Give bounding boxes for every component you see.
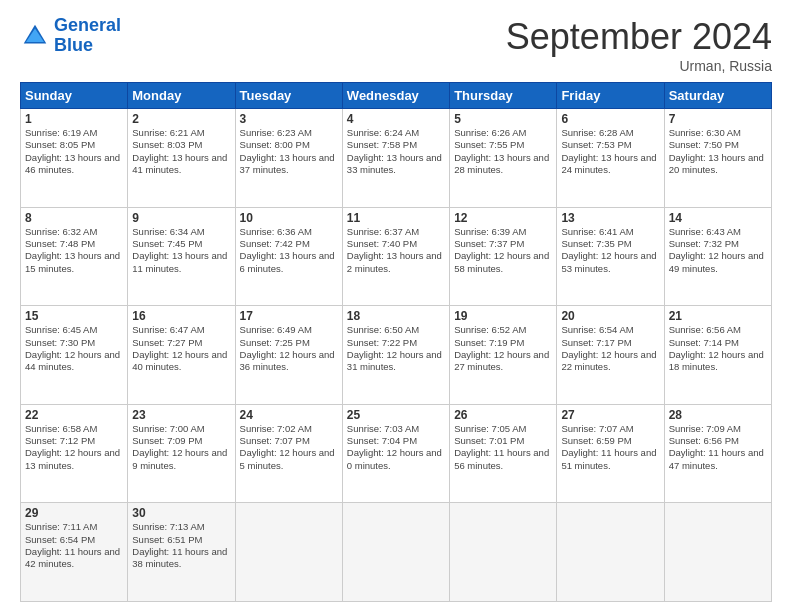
calendar-row: 1 Sunrise: 6:19 AM Sunset: 8:05 PM Dayli…: [21, 109, 772, 208]
calendar-cell: 6 Sunrise: 6:28 AM Sunset: 7:53 PM Dayli…: [557, 109, 664, 208]
day-number: 24: [240, 408, 338, 422]
day-number: 13: [561, 211, 659, 225]
day-content: Sunrise: 7:13 AM Sunset: 6:51 PM Dayligh…: [132, 521, 230, 570]
day-content: Sunrise: 6:28 AM Sunset: 7:53 PM Dayligh…: [561, 127, 659, 176]
calendar-cell: [342, 503, 449, 602]
day-number: 21: [669, 309, 767, 323]
calendar-cell: [557, 503, 664, 602]
day-content: Sunrise: 6:45 AM Sunset: 7:30 PM Dayligh…: [25, 324, 123, 373]
calendar-row: 29 Sunrise: 7:11 AM Sunset: 6:54 PM Dayl…: [21, 503, 772, 602]
day-content: Sunrise: 6:43 AM Sunset: 7:32 PM Dayligh…: [669, 226, 767, 275]
calendar-cell: 13 Sunrise: 6:41 AM Sunset: 7:35 PM Dayl…: [557, 207, 664, 306]
calendar-cell: 8 Sunrise: 6:32 AM Sunset: 7:48 PM Dayli…: [21, 207, 128, 306]
day-content: Sunrise: 6:37 AM Sunset: 7:40 PM Dayligh…: [347, 226, 445, 275]
day-number: 14: [669, 211, 767, 225]
day-number: 2: [132, 112, 230, 126]
calendar-cell: 18 Sunrise: 6:50 AM Sunset: 7:22 PM Dayl…: [342, 306, 449, 405]
day-number: 12: [454, 211, 552, 225]
day-content: Sunrise: 6:30 AM Sunset: 7:50 PM Dayligh…: [669, 127, 767, 176]
day-content: Sunrise: 6:26 AM Sunset: 7:55 PM Dayligh…: [454, 127, 552, 176]
calendar-cell: 17 Sunrise: 6:49 AM Sunset: 7:25 PM Dayl…: [235, 306, 342, 405]
month-title: September 2024: [506, 16, 772, 58]
day-content: Sunrise: 7:11 AM Sunset: 6:54 PM Dayligh…: [25, 521, 123, 570]
day-number: 25: [347, 408, 445, 422]
calendar-cell: [450, 503, 557, 602]
day-number: 18: [347, 309, 445, 323]
calendar-cell: 28 Sunrise: 7:09 AM Sunset: 6:56 PM Dayl…: [664, 404, 771, 503]
calendar-cell: 7 Sunrise: 6:30 AM Sunset: 7:50 PM Dayli…: [664, 109, 771, 208]
calendar-cell: 23 Sunrise: 7:00 AM Sunset: 7:09 PM Dayl…: [128, 404, 235, 503]
page: General Blue September 2024 Urman, Russi…: [0, 0, 792, 612]
day-number: 5: [454, 112, 552, 126]
calendar-cell: 9 Sunrise: 6:34 AM Sunset: 7:45 PM Dayli…: [128, 207, 235, 306]
col-saturday: Saturday: [664, 83, 771, 109]
calendar-row: 15 Sunrise: 6:45 AM Sunset: 7:30 PM Dayl…: [21, 306, 772, 405]
title-section: September 2024 Urman, Russia: [506, 16, 772, 74]
calendar-cell: 4 Sunrise: 6:24 AM Sunset: 7:58 PM Dayli…: [342, 109, 449, 208]
day-content: Sunrise: 6:41 AM Sunset: 7:35 PM Dayligh…: [561, 226, 659, 275]
day-number: 17: [240, 309, 338, 323]
day-number: 19: [454, 309, 552, 323]
day-content: Sunrise: 6:36 AM Sunset: 7:42 PM Dayligh…: [240, 226, 338, 275]
day-number: 20: [561, 309, 659, 323]
calendar-cell: 14 Sunrise: 6:43 AM Sunset: 7:32 PM Dayl…: [664, 207, 771, 306]
calendar-cell: 1 Sunrise: 6:19 AM Sunset: 8:05 PM Dayli…: [21, 109, 128, 208]
day-content: Sunrise: 6:56 AM Sunset: 7:14 PM Dayligh…: [669, 324, 767, 373]
calendar-cell: 27 Sunrise: 7:07 AM Sunset: 6:59 PM Dayl…: [557, 404, 664, 503]
logo-text: General Blue: [54, 16, 121, 56]
calendar-cell: 24 Sunrise: 7:02 AM Sunset: 7:07 PM Dayl…: [235, 404, 342, 503]
day-number: 8: [25, 211, 123, 225]
day-content: Sunrise: 6:52 AM Sunset: 7:19 PM Dayligh…: [454, 324, 552, 373]
logo: General Blue: [20, 16, 121, 56]
col-sunday: Sunday: [21, 83, 128, 109]
day-number: 28: [669, 408, 767, 422]
day-content: Sunrise: 6:50 AM Sunset: 7:22 PM Dayligh…: [347, 324, 445, 373]
day-content: Sunrise: 6:21 AM Sunset: 8:03 PM Dayligh…: [132, 127, 230, 176]
calendar-row: 22 Sunrise: 6:58 AM Sunset: 7:12 PM Dayl…: [21, 404, 772, 503]
day-content: Sunrise: 7:02 AM Sunset: 7:07 PM Dayligh…: [240, 423, 338, 472]
day-number: 11: [347, 211, 445, 225]
header: General Blue September 2024 Urman, Russi…: [20, 16, 772, 74]
calendar-cell: 15 Sunrise: 6:45 AM Sunset: 7:30 PM Dayl…: [21, 306, 128, 405]
day-content: Sunrise: 7:00 AM Sunset: 7:09 PM Dayligh…: [132, 423, 230, 472]
calendar-cell: 30 Sunrise: 7:13 AM Sunset: 6:51 PM Dayl…: [128, 503, 235, 602]
calendar-cell: 12 Sunrise: 6:39 AM Sunset: 7:37 PM Dayl…: [450, 207, 557, 306]
day-number: 4: [347, 112, 445, 126]
calendar-cell: 5 Sunrise: 6:26 AM Sunset: 7:55 PM Dayli…: [450, 109, 557, 208]
day-content: Sunrise: 6:49 AM Sunset: 7:25 PM Dayligh…: [240, 324, 338, 373]
calendar-cell: 16 Sunrise: 6:47 AM Sunset: 7:27 PM Dayl…: [128, 306, 235, 405]
day-number: 16: [132, 309, 230, 323]
calendar-cell: 25 Sunrise: 7:03 AM Sunset: 7:04 PM Dayl…: [342, 404, 449, 503]
col-tuesday: Tuesday: [235, 83, 342, 109]
calendar-cell: 22 Sunrise: 6:58 AM Sunset: 7:12 PM Dayl…: [21, 404, 128, 503]
day-content: Sunrise: 7:05 AM Sunset: 7:01 PM Dayligh…: [454, 423, 552, 472]
calendar-cell: 20 Sunrise: 6:54 AM Sunset: 7:17 PM Dayl…: [557, 306, 664, 405]
calendar-cell: 10 Sunrise: 6:36 AM Sunset: 7:42 PM Dayl…: [235, 207, 342, 306]
day-content: Sunrise: 6:32 AM Sunset: 7:48 PM Dayligh…: [25, 226, 123, 275]
day-number: 3: [240, 112, 338, 126]
calendar-table: Sunday Monday Tuesday Wednesday Thursday…: [20, 82, 772, 602]
day-number: 22: [25, 408, 123, 422]
calendar-cell: [664, 503, 771, 602]
day-content: Sunrise: 7:07 AM Sunset: 6:59 PM Dayligh…: [561, 423, 659, 472]
calendar-row: 8 Sunrise: 6:32 AM Sunset: 7:48 PM Dayli…: [21, 207, 772, 306]
calendar-cell: 11 Sunrise: 6:37 AM Sunset: 7:40 PM Dayl…: [342, 207, 449, 306]
day-content: Sunrise: 7:09 AM Sunset: 6:56 PM Dayligh…: [669, 423, 767, 472]
day-number: 30: [132, 506, 230, 520]
day-content: Sunrise: 6:23 AM Sunset: 8:00 PM Dayligh…: [240, 127, 338, 176]
calendar-cell: 2 Sunrise: 6:21 AM Sunset: 8:03 PM Dayli…: [128, 109, 235, 208]
day-number: 6: [561, 112, 659, 126]
day-number: 9: [132, 211, 230, 225]
day-number: 15: [25, 309, 123, 323]
day-content: Sunrise: 6:54 AM Sunset: 7:17 PM Dayligh…: [561, 324, 659, 373]
day-content: Sunrise: 6:19 AM Sunset: 8:05 PM Dayligh…: [25, 127, 123, 176]
col-wednesday: Wednesday: [342, 83, 449, 109]
day-number: 27: [561, 408, 659, 422]
logo-icon: [20, 21, 50, 51]
day-number: 7: [669, 112, 767, 126]
calendar-cell: 26 Sunrise: 7:05 AM Sunset: 7:01 PM Dayl…: [450, 404, 557, 503]
day-content: Sunrise: 6:47 AM Sunset: 7:27 PM Dayligh…: [132, 324, 230, 373]
day-number: 26: [454, 408, 552, 422]
day-content: Sunrise: 6:34 AM Sunset: 7:45 PM Dayligh…: [132, 226, 230, 275]
col-friday: Friday: [557, 83, 664, 109]
